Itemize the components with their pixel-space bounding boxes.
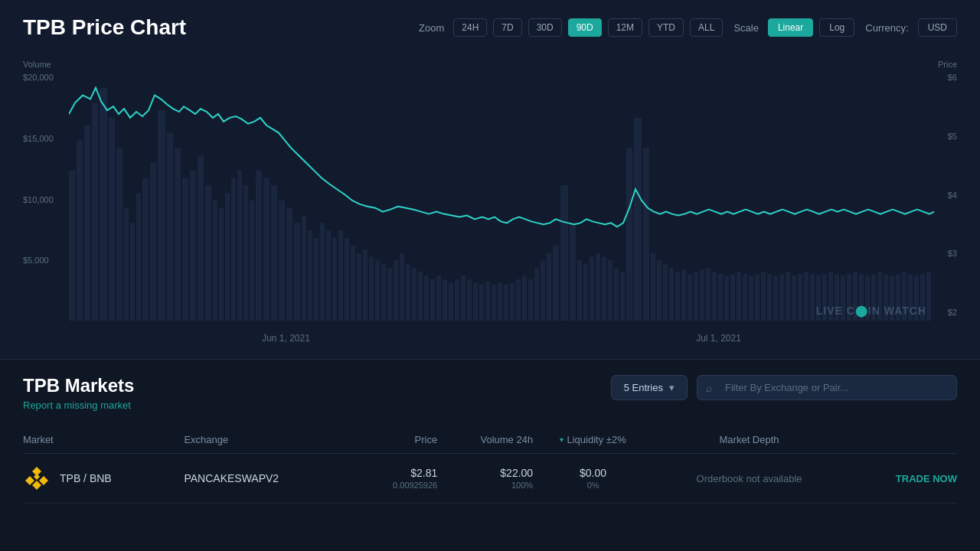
col-action bbox=[845, 426, 957, 454]
svg-rect-41 bbox=[357, 253, 361, 321]
svg-rect-19 bbox=[213, 201, 217, 321]
table-body: TPB / BNB PANCAKESWAPV2 $2.81 0.00925926… bbox=[23, 454, 957, 504]
svg-rect-16 bbox=[190, 171, 196, 321]
market-cell: TPB / BNB bbox=[23, 454, 184, 504]
svg-marker-134 bbox=[32, 481, 41, 490]
svg-rect-47 bbox=[394, 260, 398, 321]
svg-rect-33 bbox=[308, 230, 312, 321]
svg-rect-78 bbox=[590, 257, 594, 321]
zoom-7d[interactable]: 7D bbox=[493, 18, 521, 37]
svg-rect-13 bbox=[167, 133, 173, 321]
entries-dropdown[interactable]: 5 Entries bbox=[611, 375, 688, 400]
axis-price-label: Price bbox=[938, 60, 957, 69]
markets-table: Market Exchange Price Volume 24h ▾ Liqui… bbox=[23, 426, 957, 504]
svg-rect-90 bbox=[669, 268, 674, 321]
svg-rect-95 bbox=[700, 269, 704, 321]
chart-header: TPB Price Chart Zoom 24H 7D 30D 90D 12M … bbox=[23, 15, 957, 40]
svg-rect-21 bbox=[225, 193, 230, 321]
bnb-icon bbox=[23, 465, 51, 492]
svg-rect-87 bbox=[651, 253, 655, 321]
markets-title: TPB Markets bbox=[23, 375, 134, 396]
y-price-5: $2 bbox=[948, 308, 957, 317]
svg-rect-73 bbox=[553, 246, 559, 321]
currency-label: Currency: bbox=[865, 22, 908, 34]
svg-rect-104 bbox=[755, 274, 760, 321]
svg-rect-31 bbox=[294, 223, 300, 321]
svg-rect-59 bbox=[467, 279, 472, 321]
markets-controls: 5 Entries ⌕ bbox=[611, 375, 957, 400]
y-vol-3: $10,000 bbox=[23, 195, 54, 204]
svg-rect-69 bbox=[528, 279, 533, 321]
x-axis: Jun 1, 2021 Jul 1, 2021 bbox=[69, 333, 934, 344]
svg-rect-9 bbox=[136, 193, 141, 321]
liquidity-cell: $0.00 0% bbox=[533, 454, 653, 504]
y-vol-1: $20,000 bbox=[23, 73, 54, 82]
svg-rect-43 bbox=[369, 257, 374, 321]
svg-rect-79 bbox=[596, 253, 600, 321]
report-missing-market-link[interactable]: Report a missing market bbox=[23, 399, 134, 411]
zoom-ytd[interactable]: YTD bbox=[648, 18, 684, 37]
svg-rect-109 bbox=[786, 272, 790, 321]
chart-title: TPB Price Chart bbox=[23, 15, 186, 40]
svg-rect-132 bbox=[926, 272, 931, 321]
svg-rect-110 bbox=[792, 276, 796, 321]
svg-rect-86 bbox=[643, 148, 649, 321]
zoom-12m[interactable]: 12M bbox=[608, 18, 642, 37]
trade-now-button[interactable]: TRADE NOW bbox=[896, 473, 957, 484]
x-label-jul: Jul 1, 2021 bbox=[696, 333, 741, 344]
zoom-30d[interactable]: 30D bbox=[528, 18, 562, 37]
col-depth: Market Depth bbox=[653, 426, 845, 454]
svg-rect-91 bbox=[675, 272, 680, 321]
svg-rect-4 bbox=[100, 88, 107, 321]
svg-rect-98 bbox=[718, 274, 723, 321]
svg-rect-37 bbox=[332, 238, 337, 321]
svg-marker-137 bbox=[34, 474, 40, 480]
svg-rect-84 bbox=[626, 148, 632, 321]
svg-rect-71 bbox=[541, 260, 545, 321]
price-cell: $2.81 0.00925926 bbox=[356, 454, 437, 504]
filter-input[interactable] bbox=[697, 375, 957, 400]
svg-rect-77 bbox=[583, 264, 588, 321]
zoom-all[interactable]: ALL bbox=[690, 18, 723, 37]
svg-rect-68 bbox=[522, 276, 527, 321]
currency-usd-button[interactable]: USD bbox=[918, 18, 957, 37]
zoom-24h[interactable]: 24H bbox=[453, 18, 487, 37]
svg-rect-5 bbox=[109, 118, 115, 321]
col-volume: Volume 24h bbox=[437, 426, 533, 454]
svg-rect-66 bbox=[510, 283, 514, 321]
svg-rect-17 bbox=[198, 155, 204, 321]
y-price-4: $3 bbox=[948, 249, 957, 258]
svg-rect-112 bbox=[804, 272, 808, 321]
svg-rect-44 bbox=[375, 260, 380, 321]
svg-rect-45 bbox=[381, 264, 386, 321]
y-price-3: $4 bbox=[948, 191, 957, 200]
svg-rect-11 bbox=[150, 163, 156, 321]
trade-cell: TRADE NOW bbox=[845, 454, 957, 504]
svg-rect-18 bbox=[205, 185, 211, 321]
table-row: TPB / BNB PANCAKESWAPV2 $2.81 0.00925926… bbox=[23, 454, 957, 504]
svg-rect-75 bbox=[570, 223, 576, 321]
svg-rect-29 bbox=[279, 201, 285, 321]
zoom-90d[interactable]: 90D bbox=[568, 18, 602, 37]
exchange-name: PANCAKESWAPV2 bbox=[184, 472, 279, 484]
svg-rect-22 bbox=[231, 178, 236, 321]
scale-log-button[interactable]: Log bbox=[819, 18, 854, 37]
svg-rect-24 bbox=[243, 185, 248, 321]
svg-rect-80 bbox=[602, 257, 606, 321]
scale-linear-button[interactable]: Linear bbox=[768, 18, 813, 37]
markets-header: TPB Markets Report a missing market 5 En… bbox=[23, 375, 957, 411]
svg-rect-28 bbox=[271, 185, 277, 321]
svg-rect-61 bbox=[479, 285, 484, 321]
svg-rect-101 bbox=[737, 272, 741, 321]
svg-rect-27 bbox=[263, 178, 270, 321]
svg-rect-20 bbox=[219, 208, 224, 321]
svg-rect-53 bbox=[430, 279, 435, 321]
svg-rect-51 bbox=[418, 272, 423, 321]
y-price-2: $5 bbox=[948, 132, 957, 141]
svg-rect-10 bbox=[142, 178, 149, 321]
svg-rect-26 bbox=[256, 171, 262, 321]
svg-rect-94 bbox=[694, 272, 698, 321]
svg-rect-113 bbox=[810, 274, 815, 321]
svg-rect-55 bbox=[443, 279, 447, 321]
watermark-dot: ⬤ bbox=[855, 305, 868, 317]
